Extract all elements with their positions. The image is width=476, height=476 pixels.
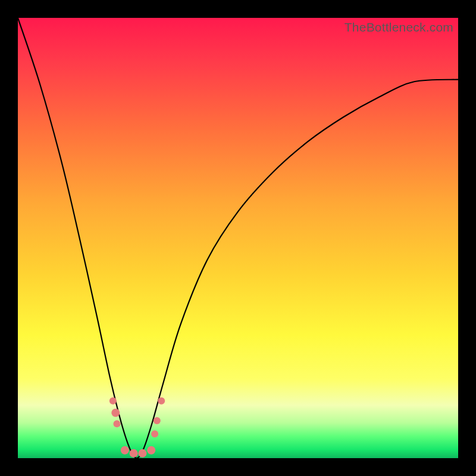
curve-marker — [151, 430, 158, 437]
curve-marker — [109, 397, 117, 405]
curve-marker — [158, 397, 165, 405]
curve-marker — [154, 417, 161, 424]
curve-marker — [111, 409, 120, 417]
curve-marker — [130, 449, 138, 458]
curve-line — [18, 18, 458, 458]
curve-marker — [138, 449, 146, 458]
curve-marker — [114, 420, 121, 427]
chart-frame: TheBottleneck.com — [0, 0, 476, 476]
plot-area: TheBottleneck.com — [18, 18, 458, 458]
bottleneck-curve — [18, 18, 458, 458]
curve-marker — [147, 446, 155, 455]
curve-marker — [121, 446, 129, 455]
